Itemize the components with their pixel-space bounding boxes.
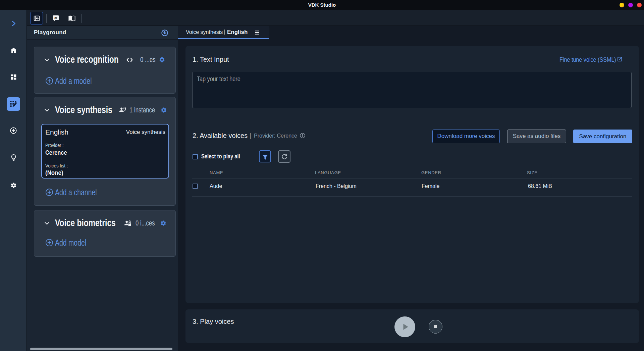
svg-text:æ: æ xyxy=(54,16,57,19)
